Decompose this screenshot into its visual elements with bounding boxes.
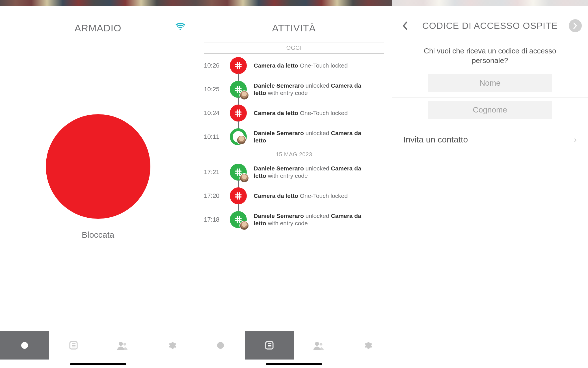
- users-icon: [313, 341, 324, 350]
- back-button[interactable]: [398, 19, 411, 32]
- event-text: Daniele Semeraro unlocked Camera da lett…: [254, 212, 372, 227]
- tab-bar: [196, 331, 392, 368]
- invite-label: Invita un contatto: [403, 135, 468, 144]
- activity-item[interactable]: 17:20Camera da letto One-Touch locked: [204, 184, 384, 208]
- event-text: Daniele Semeraro unlocked Camera da lett…: [254, 165, 372, 180]
- hash-icon: [230, 81, 247, 98]
- header: CODICE DI ACCESSO OSPITE: [392, 6, 588, 35]
- home-indicator: [266, 363, 322, 365]
- svg-point-0: [21, 342, 28, 349]
- event-time: 17:21: [204, 168, 230, 176]
- activity-item[interactable]: 10:26Camera da letto One-Touch locked: [204, 54, 384, 77]
- tab-activity[interactable]: [245, 331, 294, 360]
- list-icon: [265, 341, 274, 350]
- lastname-input[interactable]: Cognome: [428, 101, 552, 119]
- firstname-input[interactable]: Nome: [428, 74, 552, 92]
- avatar: [239, 221, 249, 230]
- screen-lock-status: ARMADIO Bloccata: [0, 0, 196, 368]
- date-header: OGGI: [204, 42, 384, 54]
- svg-point-6: [124, 343, 126, 346]
- avatar: [239, 173, 249, 183]
- placeholder: Cognome: [473, 105, 507, 114]
- event-text: Camera da letto One-Touch locked: [254, 109, 348, 117]
- invite-contact-row[interactable]: Invita un contatto ›: [392, 124, 588, 155]
- tab-settings[interactable]: [343, 331, 392, 360]
- ring-icon: [230, 128, 247, 145]
- gear-icon: [363, 341, 372, 350]
- chevron-right-icon: [573, 22, 578, 29]
- status-bar: [0, 0, 196, 6]
- wifi-icon: [176, 22, 185, 30]
- event-text: Daniele Semeraro unlocked Camera da lett…: [254, 129, 372, 144]
- svg-point-13: [319, 343, 322, 346]
- activity-item[interactable]: 10:11Daniele Semeraro unlocked Camera da…: [204, 125, 384, 149]
- activity-list[interactable]: OGGI10:26Camera da letto One-Touch locke…: [196, 42, 392, 231]
- date-header: 15 MAG 2023: [204, 149, 384, 160]
- prompt-text: Chi vuoi che riceva un codice di accesso…: [392, 35, 588, 74]
- event-time: 17:20: [204, 192, 230, 200]
- screen-guest-code: CODICE DI ACCESSO OSPITE Chi vuoi che ri…: [392, 0, 588, 368]
- tab-users[interactable]: [294, 331, 343, 360]
- hash-icon: [230, 187, 247, 204]
- hash-icon: [230, 164, 247, 181]
- page-title: ARMADIO: [0, 23, 196, 34]
- chevron-left-icon: [402, 21, 408, 30]
- next-button[interactable]: [569, 19, 582, 32]
- tab-lock[interactable]: [196, 331, 245, 360]
- home-indicator: [70, 363, 126, 365]
- tab-bar: [0, 331, 196, 368]
- header: ARMADIO: [0, 6, 196, 36]
- circle-icon: [217, 342, 224, 349]
- tab-users[interactable]: [98, 331, 147, 360]
- svg-point-5: [119, 342, 123, 346]
- chevron-right-icon: ›: [574, 135, 577, 144]
- lock-toggle-button[interactable]: [46, 114, 150, 219]
- event-text: Daniele Semeraro unlocked Camera da lett…: [254, 82, 372, 97]
- circle-icon: [21, 342, 28, 349]
- activity-item[interactable]: 17:18Daniele Semeraro unlocked Camera da…: [204, 208, 384, 231]
- status-bar: [196, 0, 392, 6]
- screen-activity: ATTIVITÀ OGGI10:26Camera da letto One-To…: [196, 0, 392, 368]
- tab-lock[interactable]: [0, 331, 49, 360]
- status-bar: [392, 0, 588, 6]
- activity-item[interactable]: 17:21Daniele Semeraro unlocked Camera da…: [204, 160, 384, 184]
- event-time: 10:24: [204, 109, 230, 117]
- divider: [392, 97, 588, 98]
- activity-item[interactable]: 10:24Camera da letto One-Touch locked: [204, 101, 384, 125]
- users-icon: [117, 341, 128, 350]
- tab-settings[interactable]: [147, 331, 196, 360]
- hash-icon: [230, 105, 247, 122]
- hash-icon: [230, 211, 247, 228]
- event-text: Camera da letto One-Touch locked: [254, 62, 348, 69]
- avatar: [237, 135, 246, 145]
- activity-item[interactable]: 10:25Daniele Semeraro unlocked Camera da…: [204, 77, 384, 101]
- svg-point-7: [217, 342, 224, 349]
- tab-activity[interactable]: [49, 331, 98, 360]
- list-icon: [69, 341, 78, 350]
- svg-point-12: [315, 342, 319, 346]
- placeholder: Nome: [479, 79, 501, 88]
- hash-icon: [230, 57, 247, 74]
- event-time: 17:18: [204, 216, 230, 223]
- page-title: ATTIVITÀ: [196, 6, 392, 42]
- lock-status-label: Bloccata: [82, 230, 114, 240]
- event-text: Camera da letto One-Touch locked: [254, 192, 348, 200]
- avatar: [239, 90, 249, 100]
- event-time: 10:11: [204, 133, 230, 140]
- event-time: 10:25: [204, 86, 230, 93]
- event-time: 10:26: [204, 62, 230, 69]
- gear-icon: [167, 341, 176, 350]
- page-title: CODICE DI ACCESSO OSPITE: [414, 21, 566, 31]
- lock-area: Bloccata: [0, 36, 196, 368]
